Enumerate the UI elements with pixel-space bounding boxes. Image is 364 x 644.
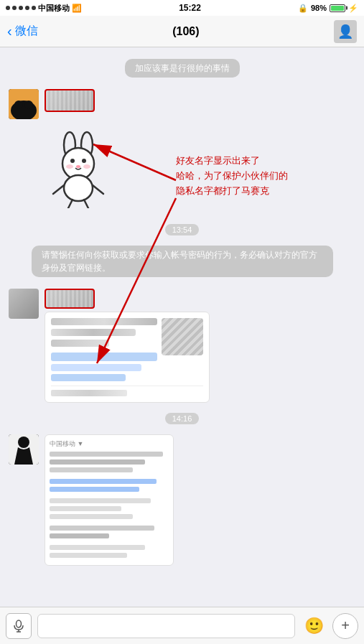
svg-line-13 [53, 185, 64, 194]
back-label: 微信 [15, 24, 38, 39]
system-message-top: 加应该事是行很帅的事情 [0, 56, 364, 80]
chevron-left-icon: ‹ [7, 23, 12, 39]
system-bubble-top: 加应该事是行很帅的事情 [125, 59, 240, 78]
system-warn: 请警惕任何向你获取或要求你输入帐号密码的行为，务必确认对方的官方身份及官网链接。 [0, 243, 364, 280]
emoji-button[interactable]: 🙂 [301, 613, 327, 639]
signal-dot-3 [19, 6, 23, 10]
wifi-icon: 📶 [72, 4, 82, 13]
svg-line-14 [93, 185, 103, 194]
avatar-icon: 👤 [337, 24, 353, 39]
msg-row-screenshot: 中国移动 ▼ [0, 431, 364, 569]
timestamp-label-1416: 14:16 [165, 413, 200, 424]
status-bar: 中国移动 📶 15:22 🔒 98% ⚡ [0, 0, 364, 16]
signal-dot-1 [6, 6, 10, 10]
chat-area: 加应该事是行很帅的事情 [0, 47, 364, 616]
battery-percent: 98% [311, 4, 327, 12]
image-bubble-wrap [45, 89, 95, 112]
sender-avatar-3 [9, 289, 39, 319]
sc-line-light-1 [50, 498, 151, 503]
svg-point-3 [24, 101, 33, 109]
sc-line-5 [50, 533, 109, 538]
status-left: 中国移动 📶 [6, 3, 82, 14]
screenshot-bubble-wrap: 中国移动 ▼ [45, 434, 174, 566]
svg-point-2 [14, 101, 23, 109]
system-text-top: 加应该事是行很帅的事情 [135, 63, 230, 73]
msg-row-sticker [0, 126, 364, 211]
lock-icon: 🔒 [298, 4, 308, 13]
msg-row-card [0, 286, 364, 406]
signal-dot-4 [25, 6, 29, 10]
sticker-bunny [39, 129, 118, 208]
nav-title: (106) [172, 25, 199, 38]
signal-dot-5 [32, 6, 36, 10]
svg-point-9 [76, 165, 80, 168]
svg-point-12 [64, 175, 93, 201]
avatar-image-1 [9, 89, 39, 119]
sender-avatar-4 [9, 434, 39, 465]
sc-line-light-5 [50, 553, 127, 558]
system-warn-bubble: 请警惕任何向你获取或要求你输入帐号密码的行为，务必确认对方的官方身份及官网链接。 [32, 246, 333, 277]
blurred-name-card [45, 289, 95, 309]
sc-line-2 [50, 459, 145, 465]
timestamp-1354: 13:54 [0, 225, 364, 234]
svg-point-10 [66, 164, 73, 169]
svg-point-7 [70, 159, 75, 163]
svg-point-8 [82, 159, 86, 163]
screenshot-card[interactable]: 中国移动 ▼ [45, 434, 174, 566]
card-bubble-wrap [45, 289, 210, 403]
svg-point-11 [83, 164, 90, 169]
sc-line-blue-2 [50, 487, 139, 492]
avatar-dress-svg [9, 434, 39, 465]
timestamp-label-1354: 13:54 [165, 224, 200, 235]
sc-line-light-3 [50, 514, 133, 519]
sender-avatar-1 [9, 89, 39, 119]
blurred-name-image [45, 89, 95, 112]
charging-icon: ⚡ [348, 4, 358, 13]
message-input[interactable] [37, 614, 295, 638]
carrier-name: 中国移动 [38, 3, 70, 14]
contact-avatar[interactable]: 👤 [334, 20, 357, 43]
bunny-svg [42, 129, 114, 208]
sc-line-1 [50, 452, 163, 457]
sc-header: 中国移动 ▼ [50, 439, 169, 449]
nav-bar: ‹ 微信 (106) 👤 [0, 16, 364, 47]
svg-point-23 [17, 620, 22, 627]
svg-point-18 [18, 437, 29, 448]
voice-button[interactable] [6, 613, 32, 639]
input-bar: 🙂 + [0, 607, 364, 644]
sc-line-light-2 [50, 506, 121, 511]
sc-line-blue-1 [50, 479, 157, 484]
battery-icon [330, 4, 345, 12]
svg-line-16 [84, 200, 88, 208]
back-button[interactable]: ‹ 微信 [7, 24, 38, 39]
status-right: 🔒 98% ⚡ [298, 4, 358, 13]
voice-icon [11, 619, 26, 633]
signal-dot-2 [12, 6, 17, 10]
time-display: 15:22 [179, 3, 201, 13]
sc-line-3 [50, 467, 133, 472]
msg-row-image [0, 86, 364, 122]
svg-line-15 [68, 200, 73, 208]
link-card[interactable] [45, 312, 210, 403]
timestamp-1416: 14:16 [0, 414, 364, 423]
sc-line-4 [50, 526, 154, 531]
sc-line-light-4 [50, 545, 145, 550]
plus-button[interactable]: + [332, 613, 358, 639]
battery-fill [331, 6, 344, 11]
